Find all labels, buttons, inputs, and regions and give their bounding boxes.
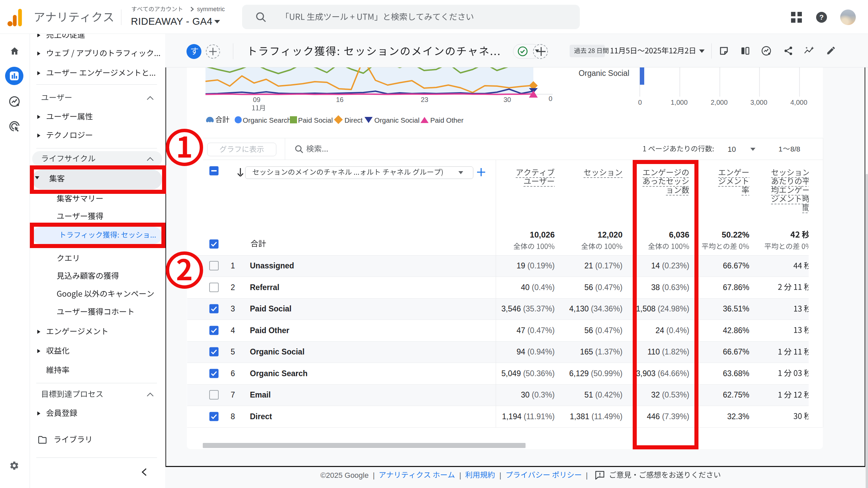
svg-text:?: ?: [820, 13, 824, 21]
